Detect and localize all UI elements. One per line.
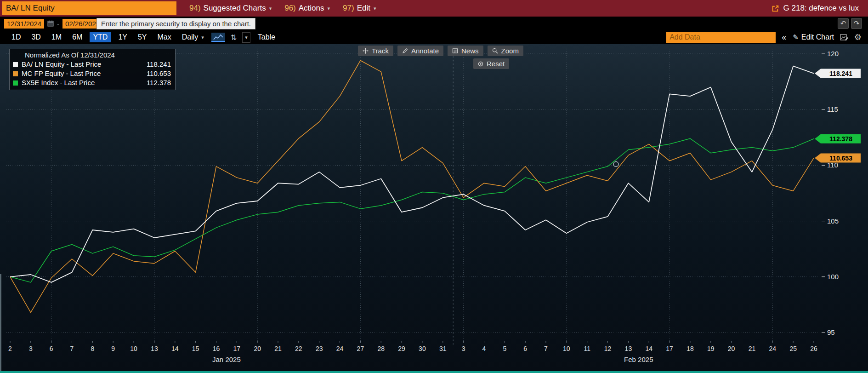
x-axis-label: 20: [254, 345, 261, 352]
chart-type-dropdown[interactable]: ▾: [242, 32, 250, 43]
line-chart-icon: [213, 34, 223, 40]
track-marker[interactable]: [613, 162, 618, 167]
annotate-icon: [402, 48, 408, 54]
zoom-button[interactable]: Zoom: [488, 46, 523, 56]
menu-number: 97): [343, 4, 354, 13]
external-link-icon[interactable]: [772, 5, 779, 12]
reset-icon: [478, 61, 483, 67]
zoom-icon: [492, 48, 498, 54]
menu-label: Actions: [299, 4, 324, 13]
chart-tools: Track Annotate News Zoom: [358, 46, 523, 56]
news-button[interactable]: News: [448, 46, 483, 56]
y-axis-label: 115: [827, 105, 838, 113]
x-axis-label: 30: [419, 345, 426, 352]
reset-button[interactable]: Reset: [473, 58, 509, 69]
legend-value: 110.653: [140, 69, 171, 78]
x-axis-label: 24: [769, 345, 777, 352]
x-axis-label: 27: [357, 345, 364, 352]
compare-sort-icon[interactable]: ⇅: [231, 33, 237, 42]
price-axis-tag-value: 112.378: [829, 135, 852, 143]
date-separator: -: [57, 20, 59, 28]
period-button-1y[interactable]: 1Y: [115, 32, 130, 42]
window-edge: [0, 274, 1, 373]
zoom-label: Zoom: [501, 47, 519, 55]
line-chart-type-button[interactable]: [211, 33, 225, 42]
undo-button[interactable]: ↶: [838, 18, 849, 29]
top-menu-bar: BA/ LN Equity 94) Suggested Charts ▾ 96)…: [0, 0, 868, 17]
x-axis-label: 10: [130, 345, 137, 352]
menu-suggested-charts[interactable]: 94) Suggested Charts ▾: [189, 4, 272, 13]
y-axis-label: 105: [827, 217, 839, 225]
redo-button[interactable]: ↷: [851, 18, 862, 29]
chart-settings-icon[interactable]: [840, 34, 849, 41]
x-axis-label: 9: [111, 345, 115, 352]
y-axis-label: 95: [827, 328, 835, 336]
history-buttons: ↶ ↷: [838, 18, 864, 29]
frequency-dropdown[interactable]: Daily ▾: [182, 33, 204, 41]
start-date-input[interactable]: 12/31/2024: [4, 19, 44, 29]
period-button-1m[interactable]: 1M: [48, 32, 65, 42]
legend-item[interactable]: SX5E Index - Last Price112.378: [13, 78, 171, 87]
collapse-panel-icon[interactable]: «: [782, 33, 786, 42]
x-axis-label: 14: [171, 345, 179, 352]
menu-label: Edit: [357, 4, 370, 13]
legend-value: 118.241: [140, 60, 171, 69]
menu-label: Suggested Charts: [204, 4, 266, 13]
security-input[interactable]: BA/ LN Equity: [2, 1, 176, 15]
x-axis-label: 17: [666, 345, 673, 352]
x-axis-label: 19: [707, 345, 715, 352]
track-label: Track: [372, 47, 389, 55]
period-button-max[interactable]: Max: [154, 32, 175, 42]
x-axis-label: 4: [482, 345, 486, 352]
period-button-ytd[interactable]: YTD: [90, 32, 111, 42]
menu-actions[interactable]: 96) Actions ▾: [284, 4, 330, 13]
legend-item[interactable]: BA/ LN Equity - Last Price118.241: [13, 60, 171, 69]
bottom-window-border: [0, 371, 868, 373]
x-axis-label: 31: [439, 345, 447, 352]
add-data-input[interactable]: Add Data: [666, 32, 776, 43]
period-button-3d[interactable]: 3D: [28, 32, 44, 42]
calendar-icon[interactable]: [47, 20, 54, 27]
track-button[interactable]: Track: [358, 46, 393, 56]
table-button[interactable]: Table: [258, 33, 275, 41]
period-button-6m[interactable]: 6M: [69, 32, 85, 42]
period-button-5y[interactable]: 5Y: [135, 32, 150, 42]
chart-toolbar-row: 1D3D1M6MYTD1Y5YMax Daily ▾ ⇅ ▾ Table Add…: [0, 30, 868, 44]
x-axis-label: 6: [523, 345, 527, 352]
chart-area[interactable]: 9510010511011512023678910131415161720212…: [0, 44, 868, 373]
legend-color-chip: [13, 80, 18, 86]
series-line-mc-fp-equity[interactable]: [10, 61, 814, 313]
track-icon: [363, 48, 369, 54]
period-buttons: 1D3D1M6MYTD1Y5YMax: [8, 32, 175, 42]
frequency-label: Daily: [182, 33, 199, 41]
chevron-down-icon: ▾: [201, 34, 204, 40]
x-axis-label: 2: [8, 345, 12, 352]
news-icon: [452, 48, 458, 54]
x-axis-label: 21: [274, 345, 282, 352]
gear-icon[interactable]: ⚙: [854, 32, 862, 42]
edit-chart-label: Edit Chart: [801, 33, 834, 41]
news-label: News: [461, 47, 479, 55]
legend-item[interactable]: MC FP Equity - Last Price110.653: [13, 69, 171, 78]
x-axis-label: 18: [686, 345, 694, 352]
x-axis-label: 24: [336, 345, 344, 352]
month-label: Feb 2025: [624, 356, 653, 363]
chevron-down-icon: ▾: [374, 6, 376, 11]
x-axis-label: 22: [295, 345, 302, 352]
chevron-down-icon: ▾: [269, 6, 272, 11]
edit-chart-button[interactable]: ✎ Edit Chart: [793, 33, 834, 41]
annotate-label: Annotate: [411, 47, 439, 55]
price-chart-svg: 9510010511011512023678910131415161720212…: [0, 44, 868, 373]
legend-label: SX5E Index - Last Price: [22, 78, 95, 87]
period-button-1d[interactable]: 1D: [8, 32, 24, 42]
x-axis-label: 13: [625, 345, 632, 352]
x-axis-label: 8: [91, 345, 95, 352]
annotate-button[interactable]: Annotate: [397, 46, 443, 56]
x-axis-label: 5: [503, 345, 506, 352]
series-line-sx5e-index[interactable]: [10, 138, 814, 282]
x-axis-label: 26: [810, 345, 817, 352]
legend-title: Normalized As Of 12/31/2024: [13, 51, 171, 60]
pencil-icon: ✎: [793, 33, 799, 41]
series-line-ba-ln-equity[interactable]: [10, 66, 814, 282]
menu-edit[interactable]: 97) Edit ▾: [343, 4, 376, 13]
